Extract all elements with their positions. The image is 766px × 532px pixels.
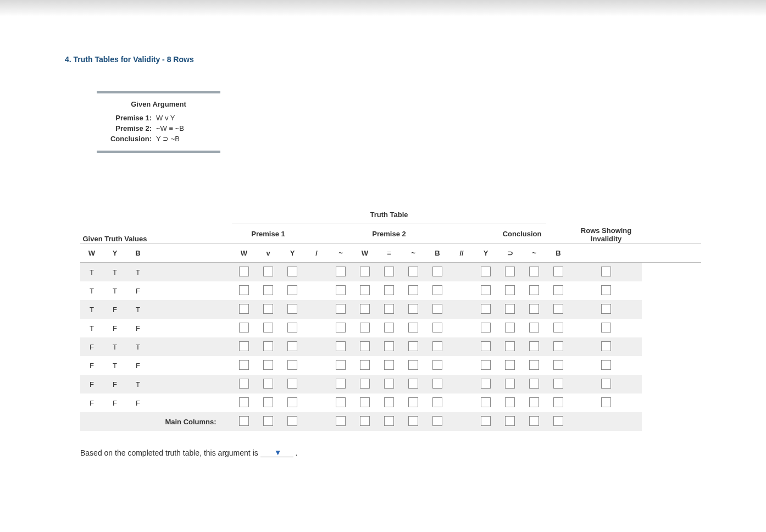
truth-input[interactable] (408, 341, 418, 351)
truth-input[interactable] (360, 341, 370, 351)
truth-input[interactable] (360, 285, 370, 295)
truth-input[interactable] (481, 285, 491, 295)
truth-input[interactable] (287, 341, 297, 351)
truth-input[interactable] (529, 304, 539, 314)
invalidity-input[interactable] (601, 397, 611, 407)
main-col-input[interactable] (408, 416, 418, 426)
truth-input[interactable] (336, 285, 346, 295)
truth-input[interactable] (505, 304, 515, 314)
truth-input[interactable] (408, 285, 418, 295)
truth-input[interactable] (336, 267, 346, 276)
truth-input[interactable] (360, 379, 370, 389)
main-col-input[interactable] (481, 416, 491, 426)
truth-input[interactable] (529, 397, 539, 407)
main-col-input[interactable] (553, 416, 563, 426)
truth-input[interactable] (505, 267, 515, 276)
truth-input[interactable] (287, 304, 297, 314)
truth-input[interactable] (408, 267, 418, 276)
main-col-input[interactable] (529, 416, 539, 426)
invalidity-input[interactable] (601, 360, 611, 370)
truth-input[interactable] (432, 267, 442, 276)
main-col-input[interactable] (360, 416, 370, 426)
truth-input[interactable] (505, 341, 515, 351)
truth-input[interactable] (553, 397, 563, 407)
truth-input[interactable] (481, 360, 491, 370)
truth-input[interactable] (529, 285, 539, 295)
truth-input[interactable] (263, 379, 273, 389)
truth-input[interactable] (505, 323, 515, 332)
truth-input[interactable] (553, 304, 563, 314)
invalidity-input[interactable] (601, 304, 611, 314)
truth-input[interactable] (481, 341, 491, 351)
truth-input[interactable] (360, 323, 370, 332)
truth-input[interactable] (263, 304, 273, 314)
truth-input[interactable] (553, 285, 563, 295)
main-col-input[interactable] (384, 416, 394, 426)
truth-input[interactable] (432, 397, 442, 407)
truth-input[interactable] (384, 379, 394, 389)
truth-input[interactable] (384, 304, 394, 314)
truth-input[interactable] (432, 379, 442, 389)
truth-input[interactable] (384, 267, 394, 276)
invalidity-input[interactable] (601, 285, 611, 295)
truth-input[interactable] (263, 267, 273, 276)
truth-input[interactable] (432, 304, 442, 314)
invalidity-input[interactable] (601, 267, 611, 276)
truth-input[interactable] (360, 267, 370, 276)
truth-input[interactable] (360, 397, 370, 407)
main-col-input[interactable] (287, 416, 297, 426)
validity-dropdown[interactable]: ▼ (260, 447, 293, 457)
truth-input[interactable] (336, 397, 346, 407)
truth-input[interactable] (384, 323, 394, 332)
truth-input[interactable] (505, 397, 515, 407)
truth-input[interactable] (553, 267, 563, 276)
truth-input[interactable] (360, 304, 370, 314)
truth-input[interactable] (287, 267, 297, 276)
main-col-input[interactable] (432, 416, 442, 426)
truth-input[interactable] (336, 341, 346, 351)
truth-input[interactable] (239, 285, 249, 295)
truth-input[interactable] (263, 397, 273, 407)
truth-input[interactable] (287, 285, 297, 295)
invalidity-input[interactable] (601, 379, 611, 389)
truth-input[interactable] (553, 323, 563, 332)
truth-input[interactable] (432, 360, 442, 370)
truth-input[interactable] (239, 304, 249, 314)
truth-input[interactable] (432, 285, 442, 295)
truth-input[interactable] (336, 304, 346, 314)
truth-input[interactable] (432, 341, 442, 351)
truth-input[interactable] (505, 285, 515, 295)
truth-input[interactable] (336, 360, 346, 370)
truth-input[interactable] (263, 341, 273, 351)
truth-input[interactable] (239, 360, 249, 370)
truth-input[interactable] (239, 323, 249, 332)
truth-input[interactable] (408, 323, 418, 332)
truth-input[interactable] (529, 341, 539, 351)
truth-input[interactable] (481, 379, 491, 389)
truth-input[interactable] (239, 397, 249, 407)
invalidity-input[interactable] (601, 341, 611, 351)
main-col-input[interactable] (505, 416, 515, 426)
truth-input[interactable] (287, 397, 297, 407)
truth-input[interactable] (239, 379, 249, 389)
truth-input[interactable] (481, 397, 491, 407)
truth-input[interactable] (384, 285, 394, 295)
truth-input[interactable] (408, 360, 418, 370)
truth-input[interactable] (384, 341, 394, 351)
truth-input[interactable] (481, 304, 491, 314)
truth-input[interactable] (263, 285, 273, 295)
truth-input[interactable] (553, 341, 563, 351)
truth-input[interactable] (336, 379, 346, 389)
truth-input[interactable] (505, 360, 515, 370)
truth-input[interactable] (481, 267, 491, 276)
truth-input[interactable] (360, 360, 370, 370)
truth-input[interactable] (239, 341, 249, 351)
truth-input[interactable] (529, 379, 539, 389)
truth-input[interactable] (408, 304, 418, 314)
truth-input[interactable] (263, 360, 273, 370)
truth-input[interactable] (481, 323, 491, 332)
truth-input[interactable] (263, 323, 273, 332)
main-col-input[interactable] (263, 416, 273, 426)
truth-input[interactable] (408, 397, 418, 407)
truth-input[interactable] (529, 267, 539, 276)
